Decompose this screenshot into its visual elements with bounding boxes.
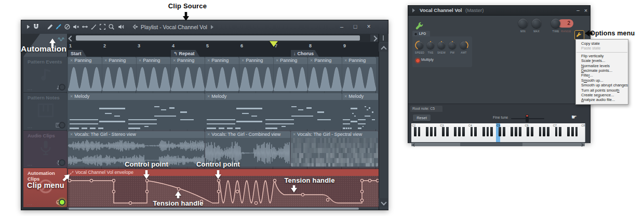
- control-point[interactable]: [112, 190, 115, 193]
- piano-black-key[interactable]: [539, 127, 542, 136]
- lfo-knob-amt[interactable]: [460, 42, 467, 49]
- clip-panning[interactable]: ×Panning: [308, 57, 342, 91]
- clip-audio-spectral[interactable]: ×Vocals: The Girl - Spectral view: [291, 131, 378, 167]
- clip-mute-icon[interactable]: ×: [68, 94, 74, 99]
- clip-header[interactable]: ×Vocals: The Girl - Combined view: [205, 131, 290, 138]
- clip-melody[interactable]: ×Melody: [68, 93, 205, 129]
- hand-tool-icon[interactable]: ☛: [571, 113, 577, 121]
- control-point[interactable]: [177, 187, 180, 190]
- clip-mute-icon[interactable]: ×: [102, 58, 109, 63]
- piano-black-key[interactable]: [527, 127, 529, 136]
- knob-max[interactable]: [532, 19, 541, 28]
- reset-button[interactable]: Reset: [413, 115, 431, 121]
- piano-black-key[interactable]: [442, 127, 445, 136]
- clip-mute-icon[interactable]: ×: [171, 58, 177, 63]
- piano-black-key[interactable]: [487, 127, 489, 136]
- clip-header[interactable]: ×Panning: [239, 57, 273, 64]
- playhead-marker[interactable]: [270, 41, 278, 47]
- menu-item[interactable]: Flip vertically: [576, 54, 628, 58]
- draw-pencil-icon[interactable]: [47, 23, 53, 30]
- piano-black-key[interactable]: [543, 127, 545, 136]
- control-point[interactable]: [360, 190, 363, 193]
- menu-item[interactable]: Normalize levels: [576, 63, 628, 68]
- menu-item[interactable]: Filter...: [576, 73, 628, 78]
- clip-mute-icon[interactable]: ×: [239, 58, 246, 63]
- lfo-knob-speed[interactable]: [416, 42, 423, 49]
- clip-panning[interactable]: ×Panning: [205, 57, 239, 91]
- h-scrollbar-thumb[interactable]: [76, 35, 360, 41]
- menu-item[interactable]: Decimate points...: [576, 68, 628, 73]
- control-point[interactable]: [254, 201, 257, 204]
- clip-melody[interactable]: ×Melody: [342, 93, 378, 129]
- piano-black-key[interactable]: [446, 127, 449, 136]
- piano-black-key[interactable]: [555, 127, 558, 136]
- piano-black-key[interactable]: [531, 127, 533, 136]
- menu-item[interactable]: Scale levels...: [576, 58, 628, 63]
- track-mute-led[interactable]: [59, 199, 65, 206]
- delete-icon[interactable]: [64, 23, 71, 30]
- slip-icon[interactable]: [82, 23, 88, 30]
- fine-tune-thumb[interactable]: [526, 115, 529, 122]
- track-mute-led[interactable]: [59, 122, 65, 129]
- clip-header[interactable]: ×Panning: [308, 57, 342, 64]
- piano-black-key[interactable]: [571, 127, 574, 136]
- lfo-tab[interactable]: LFO: [412, 31, 430, 36]
- clip-panning[interactable]: ×Panning: [68, 57, 102, 91]
- timeline-marker-chorus[interactable]: ↓Chorus: [291, 50, 319, 57]
- bottom-scrollbar-thumb[interactable]: [69, 208, 359, 210]
- control-point[interactable]: [129, 201, 131, 204]
- snap-magnet-icon[interactable]: [33, 23, 39, 30]
- piano-black-key[interactable]: [490, 127, 493, 136]
- clip-automation[interactable]: Vocal Channel Vol envelope: [68, 169, 379, 207]
- menu-item[interactable]: Smooth up abrupt changes: [576, 83, 628, 87]
- clip-header[interactable]: ×Panning: [274, 57, 307, 64]
- editor-close-button[interactable]: ×: [581, 6, 591, 15]
- clip-mute-icon[interactable]: ×: [308, 58, 314, 63]
- piano-black-key[interactable]: [575, 127, 578, 136]
- track-mute-led[interactable]: [59, 159, 65, 166]
- minimize-button[interactable]: –: [337, 22, 346, 31]
- track-options-dots[interactable]: ...: [28, 86, 33, 91]
- piano-black-key[interactable]: [474, 127, 477, 136]
- tools-wrench-icon[interactable]: [415, 21, 424, 30]
- menu-item[interactable]: Smooth up...: [576, 78, 628, 83]
- clip-header[interactable]: ×Panning: [102, 57, 136, 64]
- track-header-pattern-events[interactable]: Pattern Events...: [23, 57, 67, 92]
- menu-item[interactable]: Create sequence...: [576, 93, 628, 97]
- control-point[interactable]: [145, 179, 148, 182]
- editor-titlebar[interactable]: Vocal Channel Vol (Master) – ×: [408, 6, 590, 16]
- clip-mute-icon[interactable]: ×: [342, 58, 348, 63]
- slice-icon[interactable]: [90, 23, 97, 30]
- clip-panning[interactable]: ×Panning: [274, 57, 307, 91]
- piano-black-key[interactable]: [454, 127, 457, 136]
- piano-black-key[interactable]: [471, 127, 473, 136]
- audio-picker-tab-icon[interactable]: [58, 36, 64, 43]
- piano-black-key[interactable]: [482, 127, 485, 136]
- mute-icon[interactable]: [73, 23, 79, 30]
- close-button[interactable]: ×: [364, 22, 373, 31]
- menu-item[interactable]: Turn all points smooth: [576, 88, 628, 93]
- maximize-button[interactable]: □: [351, 22, 360, 31]
- control-point[interactable]: [217, 190, 220, 193]
- track-options-dots[interactable]: ...: [28, 201, 33, 206]
- menu-item[interactable]: Copy state: [576, 41, 628, 46]
- lfo-knob-skew[interactable]: [438, 42, 445, 49]
- piano-black-key[interactable]: [434, 127, 437, 136]
- clip-mute-icon[interactable]: ×: [274, 58, 280, 63]
- control-point[interactable]: [236, 190, 238, 193]
- control-point[interactable]: [301, 193, 304, 196]
- clip-mute-icon[interactable]: ×: [205, 132, 211, 137]
- control-point[interactable]: [90, 179, 92, 182]
- clip-header[interactable]: ×Panning: [205, 57, 239, 64]
- clip-panning[interactable]: ×Panning: [342, 57, 376, 91]
- clip-panning[interactable]: ×Panning: [239, 57, 273, 91]
- clip-melody[interactable]: ×Melody: [205, 93, 342, 129]
- clip-source-icon[interactable]: [132, 23, 139, 30]
- clip-panning[interactable]: ×Panning: [171, 57, 205, 91]
- play-menu-icon[interactable]: [25, 23, 32, 30]
- clip-menu-icon[interactable]: [70, 171, 74, 175]
- multiply-led-icon[interactable]: [415, 58, 420, 63]
- control-point[interactable]: [68, 179, 71, 182]
- control-point[interactable]: [273, 179, 276, 182]
- piano-black-key[interactable]: [426, 127, 428, 136]
